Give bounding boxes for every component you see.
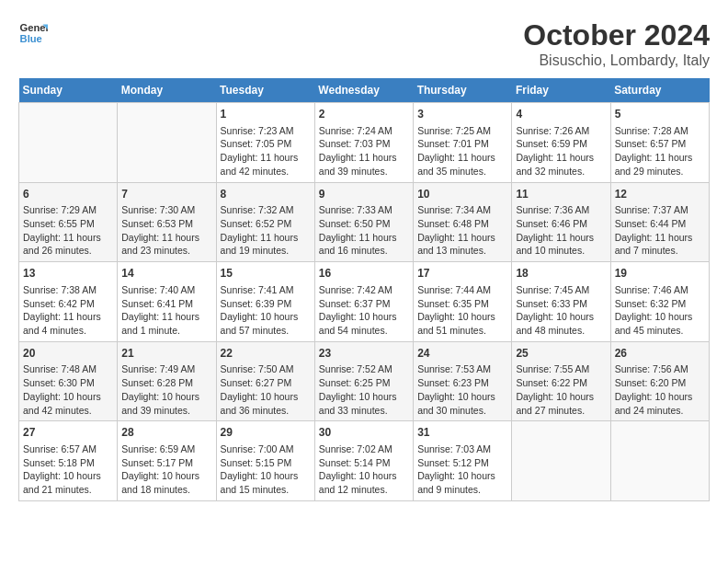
day-info: Sunrise: 7:00 AMSunset: 5:15 PMDaylight:…: [221, 442, 311, 497]
page-header: General Blue October 2024 Bisuschio, Lom…: [18, 18, 710, 69]
weekday-header-thursday: Thursday: [414, 78, 512, 103]
day-info: Sunrise: 7:56 AMSunset: 6:20 PMDaylight:…: [615, 362, 705, 417]
day-info: Sunrise: 7:40 AMSunset: 6:41 PMDaylight:…: [121, 283, 211, 338]
day-info: Sunrise: 7:55 AMSunset: 6:22 PMDaylight:…: [516, 362, 606, 417]
day-info: Sunrise: 7:28 AMSunset: 6:57 PMDaylight:…: [615, 124, 705, 178]
day-info: Sunrise: 7:36 AMSunset: 6:46 PMDaylight:…: [516, 203, 606, 258]
day-number: 21: [121, 346, 211, 362]
title-area: October 2024 Bisuschio, Lombardy, Italy: [523, 18, 710, 69]
day-info: Sunrise: 7:53 AMSunset: 6:23 PMDaylight:…: [417, 362, 507, 417]
calendar-cell: 14Sunrise: 7:40 AMSunset: 6:41 PMDayligh…: [118, 262, 216, 342]
day-number: 19: [615, 266, 705, 282]
calendar-cell: 23Sunrise: 7:52 AMSunset: 6:25 PMDayligh…: [314, 341, 413, 421]
day-number: 13: [23, 266, 113, 282]
day-info: Sunrise: 6:57 AMSunset: 5:18 PMDaylight:…: [23, 442, 113, 497]
weekday-header-row: SundayMondayTuesdayWednesdayThursdayFrid…: [19, 78, 710, 103]
day-info: Sunrise: 7:37 AMSunset: 6:44 PMDaylight:…: [615, 203, 705, 258]
day-number: 29: [221, 425, 311, 441]
logo-icon: General Blue: [18, 18, 48, 48]
day-number: 17: [417, 266, 507, 282]
day-number: 24: [417, 346, 507, 362]
calendar-cell: 15Sunrise: 7:41 AMSunset: 6:39 PMDayligh…: [216, 262, 314, 342]
day-number: 11: [516, 187, 606, 202]
day-info: Sunrise: 7:52 AMSunset: 6:25 PMDaylight:…: [319, 362, 409, 417]
svg-text:General: General: [20, 22, 48, 33]
calendar-cell: 8Sunrise: 7:32 AMSunset: 6:52 PMDaylight…: [216, 182, 314, 262]
weekday-header-saturday: Saturday: [610, 78, 709, 103]
day-info: Sunrise: 7:26 AMSunset: 6:59 PMDaylight:…: [516, 124, 606, 178]
calendar-cell: 3Sunrise: 7:25 AMSunset: 7:01 PMDaylight…: [414, 103, 512, 183]
calendar-cell: 20Sunrise: 7:48 AMSunset: 6:30 PMDayligh…: [19, 341, 118, 421]
svg-text:Blue: Blue: [20, 33, 42, 44]
calendar-cell: 13Sunrise: 7:38 AMSunset: 6:42 PMDayligh…: [19, 262, 118, 342]
weekday-header-wednesday: Wednesday: [314, 78, 413, 103]
calendar-cell: 2Sunrise: 7:24 AMSunset: 7:03 PMDaylight…: [314, 103, 413, 183]
calendar-week-5: 27Sunrise: 6:57 AMSunset: 5:18 PMDayligh…: [19, 421, 710, 501]
day-info: Sunrise: 7:23 AMSunset: 7:05 PMDaylight:…: [221, 124, 311, 178]
weekday-header-friday: Friday: [512, 78, 610, 103]
day-info: Sunrise: 7:49 AMSunset: 6:28 PMDaylight:…: [121, 362, 211, 417]
calendar-cell: 12Sunrise: 7:37 AMSunset: 6:44 PMDayligh…: [610, 182, 709, 262]
calendar-cell: 22Sunrise: 7:50 AMSunset: 6:27 PMDayligh…: [216, 341, 314, 421]
day-info: Sunrise: 7:44 AMSunset: 6:35 PMDaylight:…: [417, 283, 507, 338]
calendar-cell: 19Sunrise: 7:46 AMSunset: 6:32 PMDayligh…: [610, 262, 709, 342]
calendar-cell: [610, 421, 709, 501]
calendar-table: SundayMondayTuesdayWednesdayThursdayFrid…: [18, 78, 710, 501]
calendar-cell: 6Sunrise: 7:29 AMSunset: 6:55 PMDaylight…: [19, 182, 118, 262]
day-number: 10: [417, 187, 507, 202]
day-info: Sunrise: 7:42 AMSunset: 6:37 PMDaylight:…: [319, 283, 409, 338]
calendar-week-3: 13Sunrise: 7:38 AMSunset: 6:42 PMDayligh…: [19, 262, 710, 342]
day-info: Sunrise: 7:38 AMSunset: 6:42 PMDaylight:…: [23, 283, 113, 338]
month-title: October 2024: [523, 18, 710, 52]
calendar-cell: 18Sunrise: 7:45 AMSunset: 6:33 PMDayligh…: [512, 262, 610, 342]
location-subtitle: Bisuschio, Lombardy, Italy: [523, 52, 710, 69]
day-number: 23: [319, 346, 409, 362]
day-info: Sunrise: 7:25 AMSunset: 7:01 PMDaylight:…: [417, 124, 507, 178]
calendar-week-2: 6Sunrise: 7:29 AMSunset: 6:55 PMDaylight…: [19, 182, 710, 262]
calendar-cell: 25Sunrise: 7:55 AMSunset: 6:22 PMDayligh…: [512, 341, 610, 421]
calendar-cell: [19, 103, 118, 183]
day-info: Sunrise: 6:59 AMSunset: 5:17 PMDaylight:…: [121, 442, 211, 497]
calendar-cell: 7Sunrise: 7:30 AMSunset: 6:53 PMDaylight…: [118, 182, 216, 262]
calendar-cell: 21Sunrise: 7:49 AMSunset: 6:28 PMDayligh…: [118, 341, 216, 421]
calendar-cell: 11Sunrise: 7:36 AMSunset: 6:46 PMDayligh…: [512, 182, 610, 262]
day-number: 26: [615, 346, 705, 362]
calendar-cell: 4Sunrise: 7:26 AMSunset: 6:59 PMDaylight…: [512, 103, 610, 183]
calendar-cell: 16Sunrise: 7:42 AMSunset: 6:37 PMDayligh…: [314, 262, 413, 342]
weekday-header-sunday: Sunday: [19, 78, 118, 103]
calendar-cell: 17Sunrise: 7:44 AMSunset: 6:35 PMDayligh…: [414, 262, 512, 342]
calendar-cell: 29Sunrise: 7:00 AMSunset: 5:15 PMDayligh…: [216, 421, 314, 501]
weekday-header-monday: Monday: [118, 78, 216, 103]
day-info: Sunrise: 7:30 AMSunset: 6:53 PMDaylight:…: [121, 203, 211, 258]
day-info: Sunrise: 7:02 AMSunset: 5:14 PMDaylight:…: [319, 442, 409, 497]
calendar-cell: [118, 103, 216, 183]
day-number: 4: [516, 107, 606, 122]
calendar-cell: 27Sunrise: 6:57 AMSunset: 5:18 PMDayligh…: [19, 421, 118, 501]
logo: General Blue: [18, 18, 48, 48]
calendar-week-4: 20Sunrise: 7:48 AMSunset: 6:30 PMDayligh…: [19, 341, 710, 421]
day-number: 9: [319, 187, 409, 202]
day-number: 28: [121, 425, 211, 441]
calendar-cell: 10Sunrise: 7:34 AMSunset: 6:48 PMDayligh…: [414, 182, 512, 262]
calendar-cell: 1Sunrise: 7:23 AMSunset: 7:05 PMDaylight…: [216, 103, 314, 183]
day-number: 16: [319, 266, 409, 282]
day-number: 3: [417, 107, 507, 122]
calendar-cell: 9Sunrise: 7:33 AMSunset: 6:50 PMDaylight…: [314, 182, 413, 262]
day-number: 15: [221, 266, 311, 282]
day-number: 20: [23, 346, 113, 362]
calendar-cell: 5Sunrise: 7:28 AMSunset: 6:57 PMDaylight…: [610, 103, 709, 183]
day-info: Sunrise: 7:24 AMSunset: 7:03 PMDaylight:…: [319, 124, 409, 178]
day-info: Sunrise: 7:45 AMSunset: 6:33 PMDaylight:…: [516, 283, 606, 338]
day-number: 27: [23, 425, 113, 441]
day-number: 14: [121, 266, 211, 282]
day-info: Sunrise: 7:50 AMSunset: 6:27 PMDaylight:…: [221, 362, 311, 417]
day-info: Sunrise: 7:48 AMSunset: 6:30 PMDaylight:…: [23, 362, 113, 417]
day-info: Sunrise: 7:46 AMSunset: 6:32 PMDaylight:…: [615, 283, 705, 338]
day-number: 18: [516, 266, 606, 282]
calendar-cell: [512, 421, 610, 501]
day-number: 22: [221, 346, 311, 362]
day-info: Sunrise: 7:34 AMSunset: 6:48 PMDaylight:…: [417, 203, 507, 258]
calendar-cell: 28Sunrise: 6:59 AMSunset: 5:17 PMDayligh…: [118, 421, 216, 501]
day-number: 6: [23, 187, 113, 202]
calendar-cell: 24Sunrise: 7:53 AMSunset: 6:23 PMDayligh…: [414, 341, 512, 421]
